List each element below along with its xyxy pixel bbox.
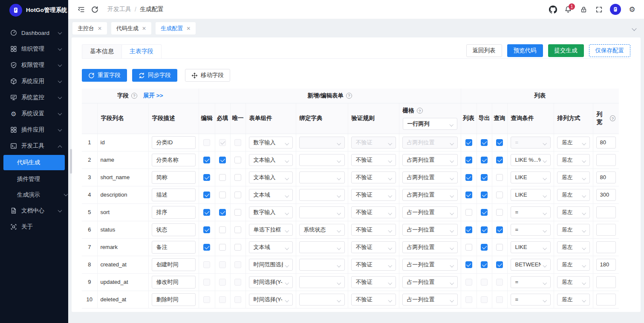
- page-tab-代码生成[interactable]: 代码生成✕: [111, 22, 151, 34]
- required-checkbox[interactable]: [219, 279, 226, 286]
- query-checkbox[interactable]: [496, 296, 503, 303]
- sidebar-subitem-codegen[interactable]: 代码生成: [3, 155, 65, 170]
- edit-checkbox[interactable]: [203, 139, 210, 146]
- export-checkbox[interactable]: [481, 226, 488, 233]
- grid-position-select[interactable]: 占两列位置: [402, 189, 458, 201]
- export-checkbox[interactable]: [481, 209, 488, 216]
- sidebar-item-org[interactable]: 组织管理: [0, 41, 68, 57]
- help-icon[interactable]: ?: [610, 115, 615, 121]
- edit-checkbox[interactable]: [203, 279, 210, 286]
- query-condition-select[interactable]: LIKE: [511, 189, 551, 201]
- sidebar-item-apps[interactable]: 系统应用: [0, 73, 68, 89]
- logo[interactable]: HotGo管理系统: [0, 0, 68, 20]
- grid-position-select[interactable]: 占一列位置: [402, 206, 458, 218]
- validation-rule-select[interactable]: 不验证: [351, 241, 396, 253]
- edit-checkbox[interactable]: [203, 174, 210, 181]
- align-select[interactable]: 居左: [557, 206, 590, 218]
- 返回列表-button[interactable]: 返回列表: [466, 44, 502, 57]
- edit-checkbox[interactable]: [203, 244, 210, 251]
- field-desc-input[interactable]: [152, 223, 196, 236]
- column-width-input[interactable]: [596, 172, 616, 183]
- align-select[interactable]: 居左: [557, 172, 590, 183]
- validation-rule-select[interactable]: 不验证: [351, 137, 396, 149]
- query-condition-select[interactable]: =: [511, 276, 551, 288]
- refresh-icon[interactable]: [88, 3, 101, 16]
- fullscreen-icon[interactable]: [592, 3, 606, 16]
- validation-rule-select[interactable]: 不验证: [351, 276, 396, 288]
- edit-checkbox[interactable]: [203, 157, 210, 163]
- sidebar-scrollbar[interactable]: [70, 149, 72, 174]
- required-checkbox[interactable]: [219, 244, 226, 251]
- align-select[interactable]: 居左: [557, 224, 590, 236]
- unique-checkbox[interactable]: [234, 279, 241, 286]
- form-component-select[interactable]: 时间范围选择: [249, 259, 293, 271]
- required-checkbox[interactable]: [219, 192, 226, 198]
- dict-bind-select[interactable]: [299, 137, 345, 149]
- form-component-select[interactable]: 单选下拉框: [249, 224, 293, 236]
- column-width-input[interactable]: [596, 294, 616, 306]
- grid-position-select[interactable]: 占一列位置: [402, 224, 458, 236]
- query-checkbox[interactable]: [496, 261, 503, 268]
- unique-checkbox[interactable]: [234, 139, 241, 146]
- validation-rule-select[interactable]: 不验证: [351, 154, 396, 166]
- export-checkbox[interactable]: [481, 157, 488, 163]
- expand-fields-link[interactable]: 展开 >>: [143, 92, 163, 100]
- field-desc-input[interactable]: [152, 136, 196, 149]
- required-checkbox[interactable]: [219, 261, 226, 268]
- query-condition-select[interactable]: =: [511, 137, 551, 149]
- required-checkbox[interactable]: [219, 296, 226, 303]
- align-select[interactable]: 居左: [557, 241, 590, 253]
- 提交生成-button[interactable]: 提交生成: [548, 44, 584, 57]
- edit-checkbox[interactable]: [203, 261, 210, 268]
- field-desc-input[interactable]: [152, 154, 196, 166]
- export-checkbox[interactable]: [481, 244, 488, 251]
- required-checkbox[interactable]: [219, 226, 226, 233]
- query-condition-select[interactable]: BETWEEN: [511, 259, 551, 271]
- list-checkbox[interactable]: [465, 244, 472, 251]
- form-component-select[interactable]: 文本域: [249, 241, 293, 253]
- unique-checkbox[interactable]: [234, 261, 241, 268]
- 重置字段-button[interactable]: 重置字段: [82, 69, 127, 82]
- query-condition-select[interactable]: LIKE: [511, 241, 551, 253]
- align-select[interactable]: 居左: [557, 294, 590, 306]
- user-avatar[interactable]: [610, 4, 621, 15]
- form-component-select[interactable]: 文本输入: [249, 154, 293, 166]
- query-checkbox[interactable]: [496, 244, 503, 251]
- query-condition-select[interactable]: LIKE %...%: [511, 154, 551, 166]
- validation-rule-select[interactable]: 不验证: [351, 259, 396, 271]
- tabs-dropdown-button[interactable]: [629, 27, 640, 30]
- field-desc-input[interactable]: [152, 189, 196, 201]
- query-checkbox[interactable]: [496, 279, 503, 286]
- unique-checkbox[interactable]: [234, 174, 241, 181]
- column-width-input[interactable]: [596, 206, 616, 218]
- 同步字段-button[interactable]: 同步字段: [132, 69, 177, 82]
- close-icon[interactable]: ✕: [186, 26, 191, 31]
- grid-position-select[interactable]: 占一列位置: [402, 294, 458, 306]
- list-checkbox[interactable]: [465, 192, 472, 198]
- export-checkbox[interactable]: [481, 279, 488, 286]
- list-checkbox[interactable]: [465, 174, 472, 181]
- unique-checkbox[interactable]: [234, 226, 241, 233]
- validation-rule-select[interactable]: 不验证: [351, 294, 396, 306]
- notifications-bell-icon[interactable]: 1: [561, 3, 575, 16]
- settings-gear-icon[interactable]: ⚙: [625, 3, 639, 16]
- export-checkbox[interactable]: [481, 139, 488, 146]
- lock-icon[interactable]: [577, 3, 590, 16]
- dict-bind-select[interactable]: [299, 189, 345, 201]
- page-tab-主控台[interactable]: 主控台✕: [72, 22, 107, 34]
- list-checkbox[interactable]: [465, 157, 472, 163]
- sidebar-subitem-plugin-manage[interactable]: 插件管理: [0, 171, 68, 187]
- tab-基本信息[interactable]: 基本信息: [82, 44, 122, 58]
- field-desc-input[interactable]: [152, 171, 196, 184]
- dict-bind-select[interactable]: [299, 259, 345, 271]
- list-checkbox[interactable]: [465, 209, 472, 216]
- dict-bind-select[interactable]: [299, 241, 345, 253]
- query-condition-select[interactable]: =: [511, 224, 551, 236]
- edit-checkbox[interactable]: [203, 296, 210, 303]
- list-checkbox[interactable]: [465, 226, 472, 233]
- 预览代码-button[interactable]: 预览代码: [507, 44, 543, 57]
- field-desc-input[interactable]: [152, 206, 196, 219]
- required-checkbox[interactable]: [219, 209, 226, 216]
- list-checkbox[interactable]: [465, 139, 472, 146]
- column-width-input[interactable]: [596, 154, 616, 166]
